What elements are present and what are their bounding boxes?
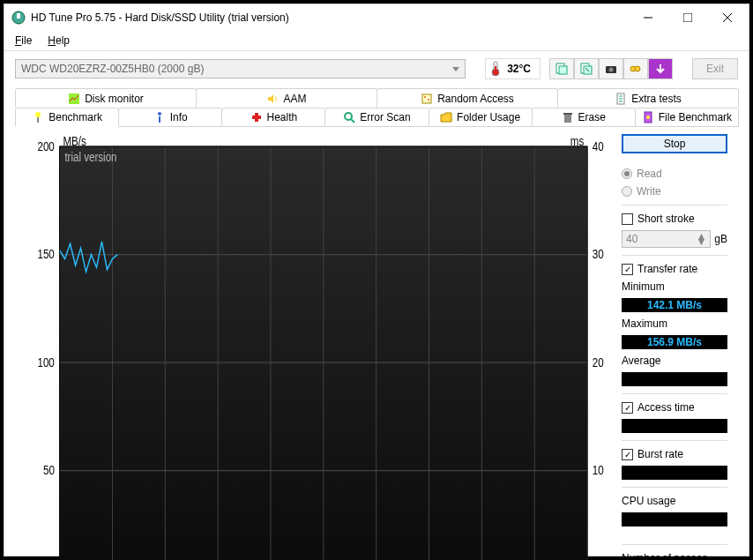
svg-rect-31 xyxy=(563,113,572,115)
maximum-value: 156.9 MB/s xyxy=(622,335,727,349)
svg-rect-8 xyxy=(495,66,496,71)
svg-text:200: 200 xyxy=(38,139,55,153)
temperature-value: 32°C xyxy=(507,63,531,75)
svg-rect-25 xyxy=(159,116,160,123)
save-button[interactable] xyxy=(648,58,673,79)
transfer-rate-checkbox[interactable]: ✓Transfer rate xyxy=(622,263,727,275)
svg-text:100: 100 xyxy=(38,355,55,370)
drive-select-value: WDC WD20EZRZ-00Z5HB0 (2000 gB) xyxy=(21,63,204,75)
passes-label: Number of passes xyxy=(622,552,727,560)
short-stroke-value[interactable]: 40▲▼ xyxy=(622,230,711,248)
tab-benchmark[interactable]: Benchmark xyxy=(15,108,119,127)
maximize-button[interactable] xyxy=(667,4,707,31)
tab-aam[interactable]: AAM xyxy=(196,88,377,108)
cpu-usage-value xyxy=(622,512,727,526)
svg-point-33 xyxy=(646,116,650,119)
svg-rect-3 xyxy=(683,13,692,22)
svg-rect-18 xyxy=(422,94,431,103)
menubar: File Help xyxy=(4,31,749,51)
menu-help[interactable]: Help xyxy=(46,33,71,49)
svg-text:40: 40 xyxy=(593,139,604,153)
tab-file-benchmark[interactable]: File Benchmark xyxy=(635,108,739,127)
svg-text:50: 50 xyxy=(43,463,55,477)
average-value xyxy=(622,372,727,386)
close-button[interactable] xyxy=(707,4,747,31)
side-panel: Stop Read Write Short stroke 40▲▼ gB ✓Tr… xyxy=(622,134,727,560)
options-button[interactable] xyxy=(623,58,648,79)
menu-file[interactable]: File xyxy=(13,33,34,49)
svg-point-19 xyxy=(424,96,426,98)
toolbar: WDC WD20EZRZ-00Z5HB0 (2000 gB) 32°C Exit xyxy=(4,51,749,88)
tab-content: 0200400600800100012001400160018002000501… xyxy=(15,126,738,560)
svg-text:30: 30 xyxy=(593,247,604,261)
svg-point-24 xyxy=(158,112,161,116)
benchmark-chart: 0200400600800100012001400160018002000501… xyxy=(26,134,613,560)
tab-health[interactable]: Health xyxy=(221,108,325,127)
exit-button[interactable]: Exit xyxy=(692,58,738,79)
minimum-label: Minimum xyxy=(622,280,727,293)
tab-bar: Disk monitor AAM Random Access Extra tes… xyxy=(4,88,749,127)
tab-random-access[interactable]: Random Access xyxy=(376,88,558,108)
average-label: Average xyxy=(622,355,727,367)
svg-rect-1 xyxy=(17,13,20,19)
save-screenshot-button[interactable] xyxy=(574,58,599,79)
tab-disk-monitor[interactable]: Disk monitor xyxy=(15,88,197,108)
svg-text:150: 150 xyxy=(38,247,55,261)
tab-erase[interactable]: Erase xyxy=(532,108,636,127)
svg-point-16 xyxy=(635,66,640,71)
burst-rate-value xyxy=(622,466,727,480)
thermometer-icon xyxy=(489,61,502,77)
tab-extra-tests[interactable]: Extra tests xyxy=(557,88,739,108)
cpu-usage-label: CPU usage xyxy=(622,495,727,507)
camera-button[interactable] xyxy=(599,58,623,79)
minimum-value: 142.1 MB/s xyxy=(622,298,727,312)
short-stroke-checkbox[interactable]: Short stroke xyxy=(622,213,727,225)
read-radio[interactable]: Read xyxy=(622,168,727,180)
drive-select[interactable]: WDC WD20EZRZ-00Z5HB0 (2000 gB) xyxy=(15,59,466,78)
access-time-checkbox[interactable]: ✓Access time xyxy=(622,401,727,414)
svg-line-29 xyxy=(351,119,354,123)
svg-rect-23 xyxy=(37,117,39,123)
tab-folder-usage[interactable]: Folder Usage xyxy=(429,108,533,127)
app-icon xyxy=(11,11,26,25)
svg-point-28 xyxy=(345,113,352,120)
maximum-label: Maximum xyxy=(622,317,727,330)
app-window: HD Tune Pro 5.75 - Hard Disk/SSD Utility… xyxy=(4,4,749,556)
temperature-display: 32°C xyxy=(485,58,541,79)
svg-rect-10 xyxy=(559,66,567,74)
tab-error-scan[interactable]: Error Scan xyxy=(324,108,429,127)
titlebar: HD Tune Pro 5.75 - Hard Disk/SSD Utility… xyxy=(4,4,749,31)
svg-text:trial version: trial version xyxy=(64,149,116,163)
svg-rect-27 xyxy=(252,116,261,119)
copy-info-button[interactable] xyxy=(549,58,574,79)
tab-info[interactable]: Info xyxy=(118,108,222,127)
svg-point-22 xyxy=(35,112,41,117)
minimize-button[interactable] xyxy=(628,4,667,31)
burst-rate-checkbox[interactable]: ✓Burst rate xyxy=(622,448,727,460)
stop-button[interactable]: Stop xyxy=(622,134,727,153)
svg-text:10: 10 xyxy=(593,463,604,477)
svg-rect-30 xyxy=(564,115,571,123)
svg-point-14 xyxy=(609,68,614,72)
chevron-down-icon xyxy=(452,67,459,71)
svg-point-20 xyxy=(428,99,429,101)
access-time-value xyxy=(622,419,727,433)
window-title: HD Tune Pro 5.75 - Hard Disk/SSD Utility… xyxy=(31,11,628,24)
svg-text:20: 20 xyxy=(593,355,604,370)
write-radio[interactable]: Write xyxy=(622,185,727,198)
